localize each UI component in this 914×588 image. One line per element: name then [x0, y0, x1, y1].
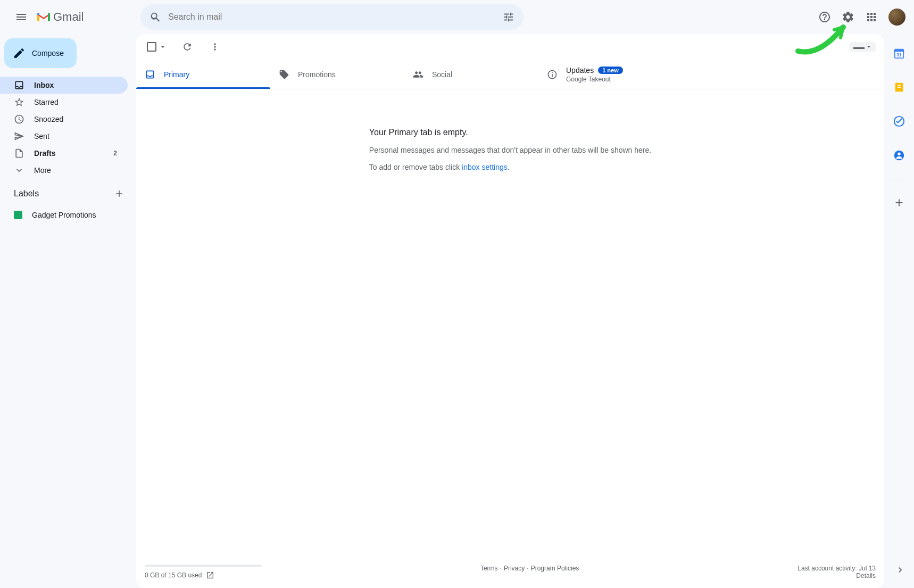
svg-rect-3 [895, 49, 904, 52]
people-icon [413, 69, 423, 80]
refresh-button[interactable] [178, 37, 197, 56]
keep-app[interactable] [888, 77, 910, 98]
sidebar: Compose Inbox Starred Snoozed Sent Draft… [0, 34, 136, 588]
get-addons-button[interactable] [888, 192, 910, 213]
tasks-icon [893, 115, 905, 127]
plus-icon [114, 188, 124, 199]
search-icon[interactable] [145, 6, 166, 28]
side-panel: 31 [884, 34, 914, 588]
calendar-app[interactable]: 31 [888, 43, 910, 64]
more-button[interactable] [205, 37, 225, 56]
keep-icon [893, 81, 905, 93]
search-options-button[interactable] [498, 6, 519, 28]
draft-icon [14, 148, 24, 159]
labels-title: Labels [14, 189, 39, 198]
tab-subtitle: Google Takeout [566, 76, 623, 83]
sidebar-item-drafts[interactable]: Drafts 2 [0, 145, 128, 162]
sidebar-item-label: Starred [34, 98, 59, 106]
details-link[interactable]: Details [797, 572, 876, 579]
search-bar[interactable] [140, 4, 524, 30]
label-item[interactable]: Gadget Promotions [0, 206, 128, 223]
tab-primary[interactable]: Primary [136, 60, 270, 89]
main-menu-button[interactable] [9, 4, 34, 30]
gmail-wordmark: Gmail [53, 10, 84, 24]
header-actions [814, 6, 905, 28]
tab-label: Social [432, 70, 452, 79]
svg-text:31: 31 [896, 53, 902, 57]
quota-progress-bar [145, 565, 262, 567]
sidebar-item-label: More [34, 166, 51, 175]
terms-link[interactable]: Terms [480, 565, 498, 572]
sidebar-item-label: Drafts [34, 149, 55, 158]
tune-icon [503, 11, 514, 23]
side-panel-toggle[interactable] [891, 560, 910, 579]
settings-button[interactable] [837, 6, 859, 28]
footer-links: Terms · Privacy · Program Policies [480, 565, 579, 572]
new-badge: 1 new [598, 67, 623, 74]
tab-promotions[interactable]: Promotions [270, 60, 404, 89]
privacy-link[interactable]: Privacy [504, 565, 525, 572]
sidebar-item-inbox[interactable]: Inbox [0, 77, 128, 94]
sidebar-item-label: Snoozed [34, 115, 63, 123]
app-header: Gmail [0, 0, 914, 34]
svg-point-8 [898, 153, 901, 156]
select-all-checkbox[interactable] [145, 40, 169, 54]
toolbar: ▬▬ [136, 34, 884, 60]
gmail-logo[interactable]: Gmail [36, 10, 136, 24]
star-icon [14, 97, 24, 107]
apps-grid-icon [865, 11, 878, 23]
tasks-app[interactable] [888, 111, 910, 132]
add-label-button[interactable] [111, 185, 128, 202]
contacts-icon [893, 150, 905, 161]
labels-header: Labels [0, 179, 136, 206]
sidebar-item-sent[interactable]: Sent [0, 128, 128, 145]
chevron-right-icon [895, 565, 905, 575]
empty-title: Your Primary tab is empty. [369, 128, 651, 137]
more-vert-icon [210, 42, 220, 52]
tab-label: Promotions [298, 70, 336, 79]
plus-icon [893, 197, 905, 209]
tag-icon [279, 69, 289, 80]
tab-social[interactable]: Social [404, 60, 538, 89]
pencil-icon [13, 47, 26, 60]
policies-link[interactable]: Program Policies [531, 565, 579, 572]
google-apps-button[interactable] [861, 6, 882, 28]
chevron-down-icon [14, 165, 24, 176]
tab-content: Updates 1 new Google Takeout [566, 66, 623, 83]
search-input[interactable] [166, 12, 498, 22]
account-avatar[interactable] [888, 9, 905, 26]
svg-rect-1 [48, 13, 50, 15]
empty-description: Personal messages and messages that don'… [369, 146, 651, 154]
tab-label: Primary [164, 70, 189, 79]
support-button[interactable] [814, 6, 835, 28]
empty-state: Your Primary tab is empty. Personal mess… [369, 89, 651, 180]
contacts-app[interactable] [888, 145, 910, 166]
clock-icon [14, 114, 24, 125]
compose-button[interactable]: Compose [4, 38, 77, 68]
compose-label: Compose [32, 49, 64, 57]
label-text: Gadget Promotions [32, 211, 96, 219]
refresh-icon [182, 42, 193, 52]
drafts-count: 2 [113, 150, 121, 157]
caret-down-icon [865, 43, 873, 51]
info-icon [547, 69, 558, 80]
quota-text: 0 GB of 15 GB used [145, 572, 202, 579]
activity-text: Last account activity: Jul 13 [797, 565, 876, 572]
empty-settings-line: To add or remove tabs click inbox settin… [369, 163, 651, 171]
tab-updates[interactable]: Updates 1 new Google Takeout [538, 60, 672, 89]
quota-section: 0 GB of 15 GB used [145, 565, 262, 579]
footer-activity: Last account activity: Jul 13 Details [797, 565, 876, 579]
gmail-m-icon [36, 11, 51, 23]
open-in-new-icon[interactable] [206, 571, 214, 579]
svg-rect-0 [37, 13, 39, 15]
sidebar-item-starred[interactable]: Starred [0, 94, 128, 111]
inbox-icon [145, 69, 155, 80]
sidebar-item-snoozed[interactable]: Snoozed [0, 111, 128, 128]
category-tabs: Primary Promotions Social Updates 1 new … [136, 60, 884, 89]
inbox-settings-link[interactable]: inbox settings [462, 163, 508, 171]
input-tools-button[interactable]: ▬▬ [850, 42, 876, 52]
gear-icon [842, 11, 854, 23]
sidebar-item-label: Inbox [34, 81, 54, 89]
keyboard-icon: ▬▬ [853, 44, 864, 50]
sidebar-item-more[interactable]: More [0, 162, 128, 179]
